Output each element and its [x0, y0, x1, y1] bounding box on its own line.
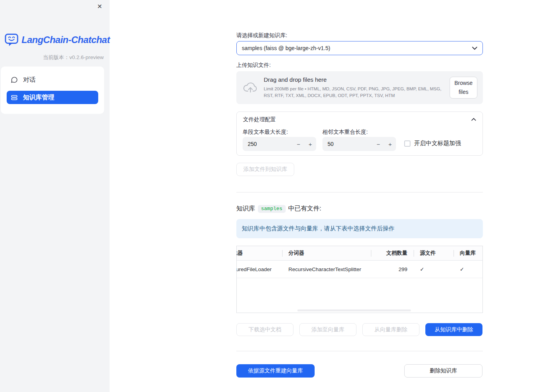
delete-kb-button[interactable]: 删除知识库: [404, 364, 482, 378]
col-header-source-file[interactable]: 源文件: [414, 246, 454, 260]
sidebar-item-label: 对话: [23, 76, 36, 84]
chevron-down-icon: [472, 47, 477, 50]
cell-vector-store-check: ✓: [454, 261, 483, 278]
chunk-size-label: 单段文本最大长度:: [243, 129, 288, 136]
info-alert: 知识库中包含源文件与向量库，请从下表中选择文件后操作: [236, 219, 483, 238]
zh-title-enhance-checkbox-row[interactable]: 开启中文标题加强: [404, 140, 461, 147]
sidebar: ✕ LangChain-Chatchat 当前版本：v0.2.6-preview: [0, 0, 110, 392]
browse-files-button[interactable]: Browse files: [450, 77, 477, 99]
kb-list-icon: [11, 94, 18, 101]
heading-suffix: 中已有文件:: [288, 205, 321, 213]
download-selected-button[interactable]: 下载选中文档: [236, 323, 293, 336]
chunk-overlap-stepper: − +: [322, 137, 396, 151]
divider: [236, 351, 483, 351]
delete-from-kb-button[interactable]: 从知识库中删除: [425, 323, 482, 336]
sidebar-item-kb-management[interactable]: 知识库管理: [7, 91, 98, 104]
expander-title: 文件处理配置: [243, 116, 276, 123]
version-text: 当前版本：v0.2.6-preview: [43, 54, 104, 61]
version-label: 当前版本：: [43, 54, 70, 60]
col-header-loader[interactable]: 文档加载器: [236, 246, 282, 260]
chunk-overlap-plus-button[interactable]: +: [384, 141, 396, 147]
file-config-expander: 文件处理配置 单段文本最大长度: 相邻文本重合长度: − + − + 开启中文标…: [236, 111, 483, 156]
col-header-vector-store[interactable]: 向量库: [454, 246, 483, 260]
chunk-size-minus-button[interactable]: −: [293, 141, 304, 147]
upload-label: 上传知识文件:: [236, 62, 271, 69]
divider: [236, 192, 483, 192]
files-table-inner: 文档加载器 分词器 文档数量 源文件 向量库 UnstructuredFileL…: [236, 246, 483, 278]
sidebar-item-label: 知识库管理: [23, 94, 54, 102]
chunk-size-stepper: − +: [243, 137, 316, 151]
delete-from-vector-store-button[interactable]: 从向量库删除: [362, 323, 419, 336]
table-horizontal-scrollbar[interactable]: [297, 309, 411, 311]
chunk-overlap-minus-button[interactable]: −: [373, 141, 384, 147]
app-logo: LangChain-Chatchat: [5, 33, 110, 47]
add-files-to-kb-button[interactable]: 添加文件到知识库: [236, 163, 294, 176]
rebuild-vector-store-button[interactable]: 依据源文件重建向量库: [236, 364, 315, 378]
sidebar-nav: 对话 知识库管理: [1, 67, 104, 114]
files-table[interactable]: 文档加载器 分词器 文档数量 源文件 向量库 UnstructuredFileL…: [236, 246, 483, 313]
cell-doc-count: 299: [371, 261, 414, 278]
chunk-overlap-input[interactable]: [322, 141, 362, 147]
version-value: v0.2.6-preview: [69, 54, 104, 60]
add-to-vector-store-button[interactable]: 添加至向量库: [299, 323, 356, 336]
sidebar-close-icon[interactable]: ✕: [97, 2, 102, 11]
checkbox-label: 开启中文标题加强: [414, 140, 461, 147]
cloud-upload-icon: [243, 81, 258, 94]
uploader-texts: Drag and drop files here Limit 200MB per…: [264, 76, 449, 99]
heading-prefix: 知识库: [236, 205, 255, 213]
col-header-doc-count[interactable]: 文档数量: [371, 246, 414, 260]
kb-select-label: 请选择或新建知识库:: [236, 32, 287, 39]
logo-text: LangChain-Chatchat: [22, 34, 110, 45]
cell-source-file-check: ✓: [414, 261, 454, 278]
kb-select-value: samples (faiss @ bge-large-zh-v1.5): [242, 45, 472, 51]
checkbox-unchecked[interactable]: [404, 140, 410, 147]
chunk-size-input[interactable]: [243, 141, 282, 147]
cell-loader: UnstructuredFileLoader: [236, 261, 282, 278]
uploader-title: Drag and drop files here: [264, 76, 449, 83]
file-uploader-dropzone[interactable]: Drag and drop files here Limit 200MB per…: [236, 71, 483, 104]
logo-chat-bubble-icon: [5, 33, 19, 47]
app-window: ✕ LangChain-Chatchat 当前版本：v0.2.6-preview: [0, 0, 540, 392]
table-row[interactable]: UnstructuredFileLoader RecursiveCharacte…: [236, 261, 483, 278]
chunk-overlap-label: 相邻文本重合长度:: [322, 129, 368, 136]
sidebar-item-chat[interactable]: 对话: [7, 73, 98, 86]
table-header-row: 文档加载器 分词器 文档数量 源文件 向量库: [236, 246, 483, 261]
col-header-splitter[interactable]: 分词器: [282, 246, 371, 260]
chunk-size-plus-button[interactable]: +: [304, 141, 316, 147]
main-content: 请选择或新建知识库: samples (faiss @ bge-large-zh…: [236, 0, 483, 392]
cell-splitter: RecursiveCharacterTextSplitter: [282, 261, 371, 278]
kb-select-dropdown[interactable]: samples (faiss @ bge-large-zh-v1.5): [236, 41, 483, 55]
existing-files-heading: 知识库 samples 中已有文件:: [236, 205, 321, 213]
chat-bubble-icon: [11, 76, 18, 84]
uploader-limits-text: Limit 200MB per file • HTML, MD, JSON, C…: [264, 86, 449, 99]
chevron-up-icon[interactable]: [471, 118, 476, 121]
kb-name-code-chip: samples: [258, 205, 286, 213]
